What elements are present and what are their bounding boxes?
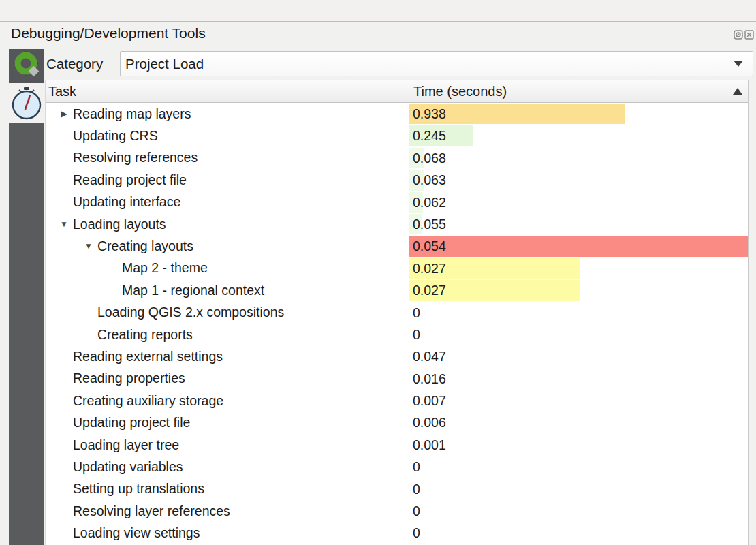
task-cell: Loading view settings	[46, 522, 409, 544]
column-header-time-label: Time (seconds)	[413, 84, 507, 99]
task-label: Reading properties	[73, 371, 185, 386]
table-row[interactable]: ▼ Loading layouts 0.055	[46, 213, 748, 235]
task-label: Updating interface	[73, 194, 180, 210]
expander-icon[interactable]: ▼	[80, 235, 97, 257]
sidebar-tab-qgis[interactable]	[9, 49, 44, 83]
time-cell: 0	[409, 456, 748, 478]
table-row[interactable]: ▶ Reading map layers 0.938	[46, 103, 748, 125]
task-cell: Reading project file	[46, 169, 409, 191]
task-cell: Map 2 - theme	[46, 258, 409, 279]
time-cell: 0.062	[409, 191, 748, 213]
time-cell: 0.063	[409, 169, 748, 191]
table-row[interactable]: Map 1 - regional context 0.027	[46, 279, 748, 301]
table-header: Task Time (seconds)	[46, 80, 748, 103]
task-cell: ▼ Creating layouts	[46, 235, 409, 257]
scrollbar-track[interactable]	[748, 80, 756, 545]
time-value: 0.027	[409, 261, 446, 276]
column-header-task[interactable]: Task	[46, 80, 409, 102]
time-value: 0.001	[409, 437, 446, 452]
time-value: 0.063	[409, 172, 446, 187]
task-cell: Loading QGIS 2.x compositions	[46, 302, 409, 324]
close-panel-button[interactable]	[744, 30, 754, 40]
time-cell: 0	[409, 302, 748, 324]
table-row[interactable]: Reading properties 0.016	[46, 368, 748, 390]
time-value: 0.062	[409, 195, 446, 210]
task-label: Loading layouts	[73, 217, 166, 232]
time-value: 0.006	[409, 415, 446, 430]
task-cell: Updating interface	[46, 191, 409, 213]
task-label: Loading layer tree	[73, 437, 179, 453]
table-row[interactable]: Loading view settings 0	[46, 522, 748, 544]
task-label: Setting up translations	[73, 481, 204, 497]
table-row[interactable]: Updating interface 0.062	[46, 191, 748, 213]
sidebar-tab-profiler[interactable]	[9, 83, 44, 123]
task-label: Updating project file	[73, 415, 190, 431]
task-cell: Creating auxiliary storage	[46, 390, 409, 411]
time-value: 0.007	[409, 393, 446, 408]
qgis-logo-icon	[9, 49, 44, 83]
time-cell: 0.938	[409, 103, 748, 125]
table-row[interactable]: Creating reports 0	[46, 324, 748, 345]
time-cell: 0.027	[409, 279, 748, 301]
panel-title: Debugging/Development Tools	[11, 25, 206, 42]
time-value: 0	[409, 482, 420, 497]
task-cell: Resolving references	[46, 147, 409, 169]
task-label: Reading external settings	[73, 349, 223, 364]
table-row[interactable]: Updating project file 0.006	[46, 411, 748, 433]
time-value: 0.047	[409, 349, 446, 364]
table-row[interactable]: Reading external settings 0.047	[46, 345, 748, 367]
table-row[interactable]: Setting up translations 0	[46, 478, 748, 500]
time-value: 0	[409, 305, 420, 320]
task-label: Map 1 - regional context	[122, 283, 264, 298]
table-row[interactable]: Loading QGIS 2.x compositions 0	[46, 302, 748, 324]
task-cell: Reading external settings	[46, 345, 409, 367]
time-cell: 0.001	[409, 434, 748, 456]
task-label: Reading map layers	[73, 106, 191, 122]
table-row[interactable]: ▼ Creating layouts 0.054	[46, 235, 748, 257]
time-value: 0	[409, 459, 420, 474]
table-row[interactable]: Updating variables 0	[46, 456, 748, 478]
task-tree: ▶ Reading map layers 0.938 Updating CRS …	[46, 103, 748, 544]
task-cell: Updating CRS	[46, 125, 409, 146]
time-cell: 0.006	[409, 411, 748, 433]
table-row[interactable]: Reading project file 0.063	[46, 169, 748, 191]
time-cell: 0.027	[409, 258, 748, 279]
table-row[interactable]: Creating auxiliary storage 0.007	[46, 390, 748, 411]
table-row[interactable]: Loading layer tree 0.001	[46, 434, 748, 456]
task-cell: Creating reports	[46, 324, 409, 345]
application-top-strip	[0, 0, 756, 22]
task-cell: ▼ Loading layouts	[46, 213, 409, 235]
expander-icon[interactable]: ▶	[55, 103, 73, 125]
task-cell: Reading properties	[46, 368, 409, 390]
category-combobox[interactable]: Project Load	[120, 51, 753, 76]
table-row[interactable]: Resolving layer references 0	[46, 500, 748, 522]
sort-ascending-icon	[733, 88, 742, 95]
time-cell: 0	[409, 500, 748, 522]
time-cell: 0	[409, 522, 748, 544]
table-row[interactable]: Updating CRS 0.245	[46, 125, 748, 146]
time-cell: 0.245	[409, 125, 748, 146]
task-label: Creating layouts	[97, 238, 193, 254]
float-panel-button[interactable]	[734, 30, 743, 40]
column-header-time[interactable]: Time (seconds)	[409, 80, 748, 102]
table-row[interactable]: Resolving references 0.068	[46, 147, 748, 169]
devtools-tab-rail	[9, 49, 44, 545]
time-value: 0.245	[409, 128, 446, 143]
time-value: 0.068	[409, 151, 446, 166]
time-cell: 0.068	[409, 147, 748, 169]
time-cell: 0	[409, 478, 748, 500]
task-label: Loading view settings	[73, 525, 200, 541]
profiler-table: Task Time (seconds) ▶ Reading map layers…	[45, 80, 748, 545]
task-label: Reading project file	[73, 172, 187, 188]
task-label: Creating auxiliary storage	[73, 393, 223, 409]
task-label: Resolving layer references	[73, 503, 230, 519]
table-row[interactable]: Map 2 - theme 0.027	[46, 258, 748, 279]
task-label: Resolving references	[73, 150, 198, 166]
time-cell: 0.054	[409, 235, 748, 257]
expander-icon[interactable]: ▼	[55, 213, 73, 235]
time-value: 0	[409, 503, 420, 518]
task-cell: ▶ Reading map layers	[46, 103, 409, 125]
float-panel-icon	[734, 30, 743, 40]
time-value: 0.055	[409, 217, 446, 232]
task-cell: Setting up translations	[46, 478, 409, 500]
